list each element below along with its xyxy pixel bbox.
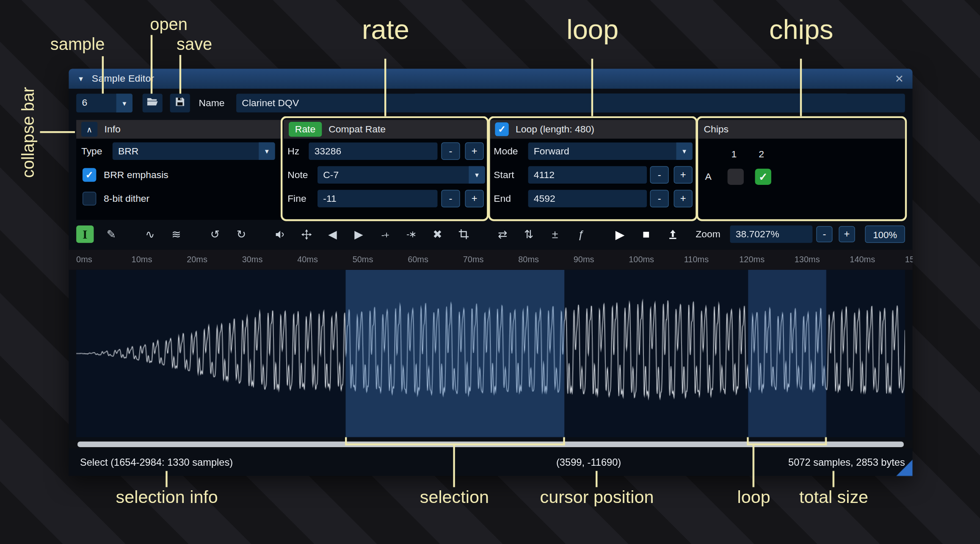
chip-column-1-label: 1 — [731, 148, 737, 160]
insert-silence-icon[interactable]: -+ — [376, 225, 394, 243]
timeline-label: 80ms — [518, 255, 539, 264]
dither-checkbox[interactable] — [83, 192, 96, 205]
close-icon[interactable]: ✕ — [895, 72, 904, 85]
note-label: Note — [287, 166, 308, 184]
sample-row: 6 ▼ Name Clarinet DQV — [69, 93, 912, 112]
zoom-input[interactable]: 38.7027% — [730, 225, 812, 243]
loop-mode-value: Forward — [528, 143, 676, 160]
chevron-down-icon: ▼ — [469, 166, 485, 184]
zoom-reset-button[interactable]: 100% — [865, 225, 905, 243]
zoom-in-button[interactable]: + — [839, 226, 855, 242]
apply-silence-icon[interactable]: -∗ — [403, 225, 420, 243]
name-label: Name — [199, 93, 224, 112]
fine-input[interactable]: -11 — [317, 190, 437, 207]
fade-in-icon[interactable]: ▶ — [350, 225, 367, 243]
stop-icon[interactable]: ■ — [638, 225, 655, 243]
rate-header-label: Compat Rate — [329, 124, 386, 135]
open-button[interactable] — [143, 93, 163, 112]
loop-checkbox[interactable]: ✓ — [495, 122, 508, 136]
annotation-loop-bottom-line — [753, 445, 754, 487]
annotation-save-line — [179, 55, 181, 94]
invert-icon[interactable]: ⇅ — [520, 225, 537, 243]
loop-start-minus-button[interactable]: - — [650, 166, 668, 184]
timeline-label: 0ms — [76, 255, 92, 264]
reverse-icon[interactable]: ⇄ — [494, 225, 511, 243]
resample-icon[interactable]: ∿ — [141, 225, 159, 243]
fine-plus-button[interactable]: + — [465, 190, 483, 207]
annotation-selection-info-line — [166, 471, 167, 487]
selection-info-text: Select (1654-2984: 1330 samples) — [80, 457, 233, 469]
chip-1-checkbox[interactable] — [728, 169, 744, 185]
loop-region[interactable] — [748, 270, 826, 437]
loop-end-input[interactable]: 4592 — [528, 190, 647, 207]
chip-2-checkbox[interactable]: ✓ — [755, 169, 771, 185]
sample-slot-value: 6 — [76, 93, 116, 112]
loop-end-label: End — [494, 190, 511, 207]
normalize-icon[interactable] — [298, 225, 315, 243]
chevron-down-icon: ▼ — [116, 93, 133, 112]
toolbar-icons: I✎∿≋↺↻◀▶-+-∗✖⇄⇅±ƒ▶■ — [76, 225, 690, 243]
hz-input[interactable]: 33286 — [309, 143, 437, 160]
loop-end-plus-button[interactable]: + — [674, 190, 693, 207]
hz-minus-button[interactable]: - — [441, 143, 460, 160]
hz-plus-button[interactable]: + — [465, 143, 483, 160]
rate-tag[interactable]: Rate — [289, 122, 322, 137]
annotation-sample-label: sample — [50, 35, 105, 55]
note-select[interactable]: C-7 ▼ — [317, 166, 485, 184]
loop-start-input[interactable]: 4112 — [528, 166, 647, 184]
draw-icon[interactable]: ✎ — [102, 225, 120, 243]
annotation-collapse-bar-line — [40, 131, 75, 133]
crossfade-loop-icon[interactable]: ≋ — [168, 225, 185, 243]
undo-icon[interactable]: ↺ — [206, 225, 224, 243]
zoom-out-button[interactable]: - — [816, 226, 832, 242]
annotation-save-label: save — [177, 35, 212, 55]
chevron-down-icon: ▼ — [259, 143, 275, 160]
dither-label: 8-bit dither — [104, 190, 149, 207]
amplify-icon[interactable] — [271, 225, 289, 243]
rate-header: Rate Compat Rate — [284, 120, 487, 138]
trim-icon[interactable] — [455, 225, 472, 243]
brr-emphasis-label: BRR emphasis — [104, 166, 168, 184]
brr-emphasis-checkbox[interactable]: ✓ — [83, 168, 96, 181]
titlebar[interactable]: ▼ Sample Editor ✕ — [69, 69, 912, 88]
annotation-chips-label: chips — [769, 14, 834, 45]
edit-mode-icon[interactable]: I — [76, 225, 94, 243]
status-bar: Select (1654-2984: 1330 samples) (3599, … — [69, 451, 912, 476]
selection-region[interactable] — [345, 270, 564, 437]
loop-end-minus-button[interactable]: - — [650, 190, 668, 207]
fine-minus-button[interactable]: - — [441, 190, 460, 207]
type-select[interactable]: BRR ▼ — [113, 143, 275, 160]
loop-start-label: Start — [494, 166, 514, 184]
window-collapse-icon[interactable]: ▼ — [77, 75, 84, 82]
resize-grip[interactable] — [896, 460, 912, 476]
sample-slot-select[interactable]: 6 ▼ — [76, 93, 133, 112]
annotation-selection-label: selection — [420, 487, 489, 507]
filter-icon[interactable]: ƒ — [572, 225, 590, 243]
save-button[interactable] — [170, 93, 190, 112]
annotation-total-size-label: total size — [799, 487, 868, 507]
loop-start-plus-button[interactable]: + — [674, 166, 693, 184]
timeline-ruler[interactable]: 0ms10ms20ms30ms40ms50ms60ms70ms80ms90ms1… — [69, 250, 912, 270]
annotation-loop-line — [591, 59, 593, 116]
timeline-label: 130ms — [795, 255, 820, 264]
collapse-info-button[interactable]: ∧ — [81, 122, 97, 137]
annotation-open-label: open — [150, 15, 188, 34]
delete-icon[interactable]: ✖ — [429, 225, 446, 243]
fade-out-icon[interactable]: ◀ — [324, 225, 341, 243]
redo-icon[interactable]: ↻ — [232, 225, 250, 243]
timeline-label: 110ms — [684, 255, 709, 264]
annotation-loop-bottom-label: loop — [737, 487, 770, 507]
sign-icon[interactable]: ± — [546, 225, 563, 243]
annotation-loop-label: loop — [566, 14, 618, 45]
loop-mode-select[interactable]: Forward ▼ — [528, 143, 693, 160]
name-input[interactable]: Clarinet DQV — [236, 93, 905, 112]
check-icon: ✓ — [498, 124, 506, 135]
rate-section: Rate Compat Rate Hz 33286 - + Note C-7 ▼ — [284, 120, 487, 220]
mode-label: Mode — [494, 143, 518, 160]
chips-header: Chips — [699, 120, 905, 138]
wavetable-icon[interactable] — [664, 225, 681, 243]
save-icon — [174, 96, 186, 110]
timeline-label: 150ms — [905, 255, 913, 264]
preview-icon[interactable]: ▶ — [611, 225, 629, 243]
annotation-selection-info-label: selection info — [116, 487, 218, 507]
